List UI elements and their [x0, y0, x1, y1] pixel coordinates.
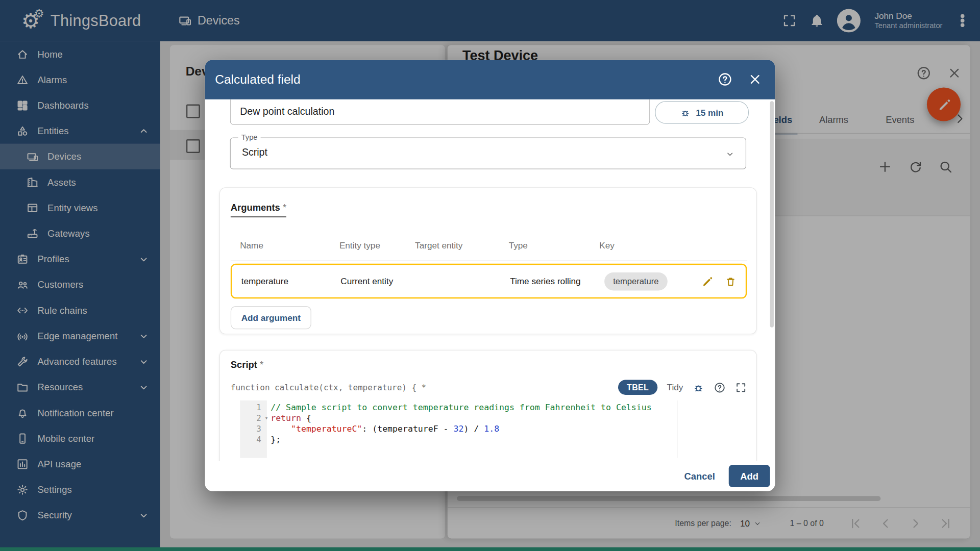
chevron-down-icon: [726, 150, 734, 159]
dialog-scrollbar[interactable]: [770, 101, 774, 327]
close-icon[interactable]: [747, 72, 762, 87]
arguments-heading: Arguments *: [231, 202, 286, 218]
help-icon[interactable]: [718, 72, 732, 87]
delete-argument-icon[interactable]: [724, 275, 737, 287]
debug-bug-icon: [680, 107, 691, 118]
calculated-field-dialog: Calculated field Dew point calculation 1…: [205, 60, 775, 491]
script-heading: Script *: [231, 359, 263, 373]
name-input[interactable]: Dew point calculation: [230, 99, 650, 125]
script-fullscreen-icon[interactable]: [735, 382, 747, 393]
tbel-language-toggle[interactable]: TBEL: [618, 380, 657, 394]
edit-argument-icon[interactable]: [701, 275, 713, 287]
arguments-section: Arguments * Name Entity type Target enti…: [219, 187, 757, 334]
type-select-label: Type: [238, 133, 261, 142]
thingsboard-app: ⚙⚙ ThingsBoard Devices John Doe Tenant a…: [0, 0, 980, 551]
arguments-table-header: Name Entity type Target entity Type Key: [231, 237, 747, 254]
dialog-footer: Cancel Add: [205, 461, 775, 491]
cancel-button[interactable]: Cancel: [674, 466, 725, 486]
print-margin-line: [677, 400, 677, 458]
tidy-button[interactable]: Tidy: [667, 382, 683, 392]
argument-key-chip: temperature: [604, 272, 667, 290]
argument-name: temperature: [232, 276, 340, 286]
code-content: // Sample script to convert temperature …: [267, 400, 747, 460]
script-debug-icon[interactable]: [693, 382, 704, 393]
argument-entity-type: Current entity: [340, 276, 416, 286]
script-help-icon[interactable]: [714, 382, 725, 393]
argument-row[interactable]: temperature Current entity Time series r…: [231, 264, 747, 299]
debug-settings-button[interactable]: 15 min: [655, 101, 749, 123]
type-select-value: Script: [242, 147, 267, 158]
argument-type: Time series rolling: [510, 276, 601, 286]
script-signature-row: function calculate(ctx, temperature) { *…: [231, 379, 747, 395]
code-gutter: 1 2▾ 3 4: [240, 400, 267, 458]
add-button[interactable]: Add: [729, 465, 770, 487]
function-signature: function calculate(ctx, temperature) { *: [231, 383, 426, 392]
dialog-title: Calculated field: [215, 72, 300, 87]
dialog-header: Calculated field: [205, 60, 775, 99]
table-divider: [231, 261, 747, 261]
code-editor[interactable]: 1 2▾ 3 4 // Sample script to convert tem…: [240, 400, 747, 458]
type-select[interactable]: Type Script: [230, 137, 746, 169]
add-argument-button[interactable]: Add argument: [231, 306, 311, 329]
